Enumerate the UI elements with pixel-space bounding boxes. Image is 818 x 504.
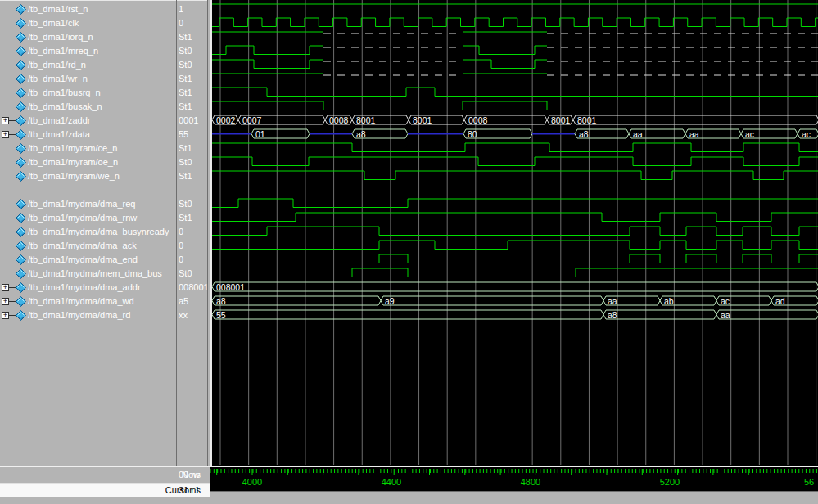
- cursor1-row[interactable]: Cursor 1 31 ns: [0, 483, 210, 497]
- svg-text:0002: 0002: [216, 115, 236, 125]
- signal-row[interactable]: /tb_dma1/myram/we_n: [0, 169, 176, 183]
- signal-value: 008001: [179, 282, 207, 292]
- expand-button[interactable]: +: [2, 284, 9, 291]
- svg-text:aa: aa: [689, 129, 699, 139]
- signal-name: /tb_dma1/clk: [28, 18, 79, 28]
- signal-row[interactable]: /tb_dma1/mydma/mem_dma_bus: [0, 267, 176, 281]
- signal-row[interactable]: /tb_dma1/mydma/dma_end: [0, 253, 176, 267]
- signal-row[interactable]: /tb_dma1/rd_n: [0, 58, 176, 72]
- signal-value: 0: [179, 18, 183, 28]
- svg-text:8001: 8001: [413, 115, 432, 125]
- signal-row[interactable]: /tb_dma1/mydma/dma_rnw: [0, 211, 176, 225]
- waveform-area[interactable]: 0002000700088001800100088001800101a880a8…: [211, 0, 818, 466]
- expand-button[interactable]: +: [2, 298, 9, 305]
- svg-text:ac: ac: [745, 129, 754, 139]
- signal-row[interactable]: /tb_dma1/mydma/dma_ack: [0, 239, 176, 253]
- bottom-scrollbar-strip[interactable]: [210, 491, 818, 504]
- expand-button[interactable]: +: [2, 131, 9, 138]
- signal-row[interactable]: /tb_dma1/busrq_n: [0, 86, 176, 100]
- names-values-divider[interactable]: [176, 0, 177, 497]
- tree-connector: [9, 120, 16, 121]
- signal-row[interactable]: +/tb_dma1/mydma/dma_rd: [0, 308, 176, 322]
- signal-diamond-icon: [16, 171, 26, 182]
- svg-text:01: 01: [255, 129, 265, 139]
- signal-value-row: St0: [179, 44, 206, 58]
- tree-connector: [9, 301, 16, 302]
- signal-row[interactable]: /tb_dma1/clk: [0, 16, 176, 30]
- signal-row[interactable]: +/tb_dma1/zaddr: [0, 114, 176, 128]
- signal-name: /tb_dma1/myram/oe_n: [28, 157, 118, 167]
- signal-value: St1: [179, 32, 192, 42]
- tree-connector: [9, 134, 16, 135]
- signal-value-row: St1: [179, 86, 206, 100]
- expand-button[interactable]: +: [2, 117, 9, 124]
- signal-diamond-icon: [16, 143, 26, 154]
- signal-name: /tb_dma1/mydma/dma_rnw: [28, 213, 137, 223]
- signal-value-row: 0: [179, 225, 206, 239]
- signal-value-row: 008001: [179, 281, 206, 295]
- svg-text:ab: ab: [664, 296, 674, 306]
- signal-value-row: 0: [179, 16, 206, 30]
- signal-name: /tb_dma1/mydma/dma_rd: [28, 310, 130, 320]
- signal-name: /tb_dma1/mydma/dma_req: [28, 199, 135, 209]
- svg-text:80: 80: [468, 129, 477, 139]
- signal-value: St1: [179, 74, 192, 83]
- signal-diamond-icon: [16, 74, 26, 84]
- signal-row[interactable]: /tb_dma1/mydma/dma_req: [0, 197, 176, 211]
- signal-row[interactable]: /tb_dma1/rst_n: [0, 2, 176, 16]
- signal-value: St0: [179, 60, 192, 70]
- signal-value: St0: [179, 157, 192, 167]
- signal-value: 0: [179, 241, 183, 250]
- svg-text:ac: ac: [721, 296, 730, 306]
- signal-row[interactable]: /tb_dma1/myram/ce_n: [0, 142, 176, 155]
- signal-values-panel: 10St1St0St0St1St1St1000155St1St0St1St0St…: [177, 0, 207, 466]
- tree-connector: [9, 315, 16, 316]
- svg-text:8001: 8001: [551, 115, 571, 125]
- signal-row[interactable]: /tb_dma1/myram/oe_n: [0, 155, 176, 169]
- signal-name: /tb_dma1/busrq_n: [28, 88, 101, 97]
- signal-value-row: 0: [179, 253, 206, 267]
- signal-name: /tb_dma1/mydma/dma_busynready: [28, 227, 169, 236]
- signal-row[interactable]: /tb_dma1/mreq_n: [0, 44, 176, 58]
- signal-row[interactable]: /tb_dma1/mydma/dma_busynready: [0, 225, 176, 239]
- signal-row[interactable]: /tb_dma1/wr_n: [0, 72, 176, 86]
- svg-text:a8: a8: [608, 310, 617, 320]
- signal-diamond-icon: [16, 88, 26, 98]
- tree-connector: [9, 287, 16, 288]
- signal-row[interactable]: +/tb_dma1/zdata: [0, 128, 176, 142]
- signal-value-row: St1: [179, 169, 206, 183]
- signal-diamond-icon: [16, 60, 26, 70]
- signal-value: St1: [179, 143, 192, 153]
- signal-value: St1: [179, 213, 192, 223]
- signal-names-panel: /tb_dma1/rst_n/tb_dma1/clk/tb_dma1/iorq_…: [0, 0, 176, 466]
- signal-name: /tb_dma1/rst_n: [28, 4, 88, 14]
- signal-diamond-icon: [16, 310, 26, 321]
- svg-text:aa: aa: [608, 296, 617, 306]
- signal-value-row: St0: [179, 197, 206, 211]
- expand-button[interactable]: +: [2, 312, 9, 319]
- signal-diamond-icon: [16, 213, 26, 223]
- svg-text:a8: a8: [579, 129, 589, 139]
- signal-value-row: St1: [179, 211, 206, 225]
- signal-diamond-icon: [16, 4, 26, 15]
- timeline-ruler[interactable]: 400044004800520056: [210, 467, 818, 491]
- signal-value-row: 0001: [179, 114, 206, 128]
- signal-diamond-icon: [16, 157, 26, 168]
- signal-value: 0: [179, 227, 183, 236]
- waveform-canvas[interactable]: 0002000700088001800100088001800101a880a8…: [212, 0, 818, 466]
- signal-name: /tb_dma1/zdata: [28, 129, 90, 139]
- signal-value-row: St0: [179, 267, 206, 281]
- timeline-label: 4000: [242, 477, 262, 487]
- signal-value-row: 0: [179, 239, 206, 253]
- svg-text:a9: a9: [385, 296, 395, 306]
- signal-row[interactable]: +/tb_dma1/mydma/dma_wd: [0, 295, 176, 308]
- signal-value-row: St0: [179, 58, 206, 72]
- svg-text:8001: 8001: [356, 115, 376, 125]
- signal-row[interactable]: /tb_dma1/busak_n: [0, 100, 176, 114]
- svg-text:aa: aa: [721, 310, 730, 320]
- signal-name: /tb_dma1/myram/ce_n: [28, 143, 117, 153]
- svg-text:0008: 0008: [329, 115, 349, 125]
- signal-row[interactable]: +/tb_dma1/mydma/dma_addr: [0, 281, 176, 295]
- signal-name: /tb_dma1/mydma/dma_ack: [28, 241, 137, 250]
- signal-row[interactable]: /tb_dma1/iorq_n: [0, 30, 176, 44]
